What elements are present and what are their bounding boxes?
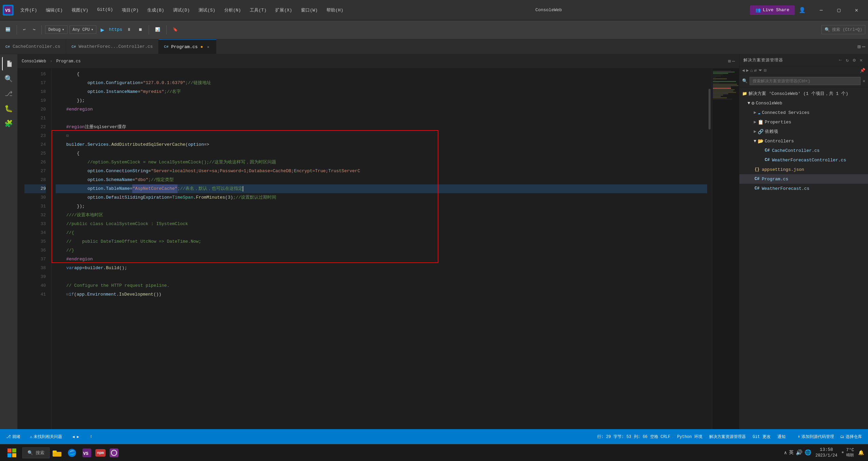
tab-close-3[interactable]: ✕ [206, 44, 211, 50]
status-solution-explorer[interactable]: 解决方案资源管理器 [707, 433, 748, 440]
clock[interactable]: 13:58 2023/1/24 [815, 447, 837, 459]
extensions-icon[interactable]: 🧩 [2, 117, 16, 130]
account-icon[interactable]: 👤 [796, 4, 808, 16]
nav-forward-button[interactable]: ► [746, 68, 749, 73]
tree-item-appsettings[interactable]: {} appsettings.json [739, 165, 868, 174]
vertical-scrollbar[interactable] [707, 68, 712, 429]
tree-item-weatherforecastcontroller[interactable]: C# WeatherForecastController.cs [739, 155, 868, 165]
status-position[interactable]: 行: 29 字节: 53 列: 66 空格 CRLF [595, 433, 673, 440]
network-icon[interactable]: 🌐 [805, 449, 811, 456]
code-line-25: { [56, 149, 707, 158]
minimize-button[interactable]: － [812, 4, 830, 16]
panel-search-clear[interactable]: ✕ [863, 78, 865, 84]
tree-item-weatherforecast[interactable]: C# WeatherForecast.cs [739, 184, 868, 193]
new-project-button[interactable]: 🆕 [3, 26, 13, 34]
undo-button[interactable]: ↩ [20, 26, 28, 34]
status-sync[interactable]: ↕ [87, 434, 95, 440]
performance-button[interactable]: 📊 [152, 26, 163, 34]
tree-item-cachecontroller[interactable]: C# CacheController.cs [739, 146, 868, 155]
tab-weatherforecastcontroller[interactable]: C# WeatherForec...Controller.cs [66, 39, 159, 54]
bookmark-button[interactable]: 🔖 [170, 26, 181, 34]
taskbar-npm[interactable]: npm [95, 449, 106, 457]
close-button[interactable]: ✕ [848, 4, 865, 16]
search-icon[interactable]: 🔍 [2, 72, 16, 85]
tree-item-controllers[interactable]: ▼ 📂 Controllers [739, 136, 868, 146]
tree-item-program[interactable]: C# Program.cs [739, 174, 868, 184]
menu-project[interactable]: 项目(P) [118, 6, 143, 15]
tree-item-connected-services[interactable]: ► ☁ Connected Services [739, 108, 868, 117]
tab-cachecontroller[interactable]: C# CacheController.cs [0, 39, 66, 54]
panel-close-button[interactable]: ✕ [858, 57, 864, 64]
menu-test[interactable]: 测试(S) [194, 6, 219, 15]
panel-settings-button[interactable]: ⚙ [851, 57, 857, 64]
scrollbar-thumb[interactable] [709, 89, 711, 129]
clock-time: 13:58 [815, 447, 837, 453]
debug-icon[interactable]: 🐛 [2, 102, 16, 115]
tree-item-properties[interactable]: ► 📋 Properties [739, 117, 868, 127]
more-tabs-button[interactable]: ⋯ [862, 43, 865, 50]
sync-button[interactable]: ⇄ [754, 68, 757, 73]
menu-file[interactable]: 文件(F) [16, 6, 41, 15]
tab-program[interactable]: C# Program.cs ● ✕ [158, 39, 216, 54]
status-environment[interactable]: Python 环境 [675, 433, 704, 440]
split-editor-button[interactable]: ⊞ [857, 43, 861, 50]
status-errors[interactable]: ⚠ 未找到相关问题 [28, 433, 64, 440]
volume-icon[interactable]: 🔊 [796, 449, 803, 456]
debug-config-dropdown[interactable]: Debug ▾ [45, 25, 67, 34]
solution-node[interactable]: 📁 解决方案 'ConsoleWeb' (1 个项目，共 1 个) [739, 89, 868, 98]
menu-help[interactable]: 帮助(H) [322, 6, 347, 15]
menu-debug[interactable]: 调试(D) [169, 6, 194, 15]
select-repo-button[interactable]: 🗂 选择仓库 [838, 433, 864, 440]
tree-item-consoleweb[interactable]: ▼ ⚙ ConsoleWeb [739, 98, 868, 108]
platform-dropdown[interactable]: Any CPU ▾ [70, 25, 97, 34]
collapse-all-button[interactable]: ⊟ [764, 68, 767, 73]
menu-tools[interactable]: 工具(T) [246, 6, 270, 15]
status-selection[interactable]: ◀ ▶ [70, 434, 82, 440]
tree-item-dependencies[interactable]: ► 🔗 依赖项 [739, 127, 868, 136]
weather-widget[interactable]: ☀ 7°C 晴朗 [842, 447, 854, 458]
taskbar-vs-icon[interactable]: VS [80, 446, 93, 459]
panel-collapse-button[interactable]: ← [837, 57, 843, 64]
git-label: Git 更改 [753, 434, 771, 440]
taskbar-file-explorer[interactable] [51, 446, 63, 459]
lang-icon[interactable]: 英 [789, 449, 794, 456]
attach-button[interactable]: ⏸ [124, 26, 134, 34]
filter-button[interactable]: ⏷ [758, 68, 762, 73]
consoleweb-project-icon: ⚙ [752, 100, 754, 106]
redo-button[interactable]: ↪ [30, 26, 38, 34]
menu-extensions[interactable]: 扩展(X) [271, 6, 296, 15]
split-view-button[interactable]: ⊞ [728, 58, 731, 64]
status-notification[interactable]: 通知 [775, 433, 788, 440]
home-button[interactable]: ⌂ [750, 68, 753, 73]
start-button[interactable] [4, 445, 20, 461]
menu-build[interactable]: 生成(B) [143, 6, 168, 15]
liveshare-button[interactable]: 👥 Live Share [750, 5, 795, 15]
status-branch[interactable]: ⎇ 就绪 [4, 433, 22, 440]
menu-analyze[interactable]: 分析(N) [220, 6, 245, 15]
menu-view[interactable]: 视图(V) [68, 6, 92, 15]
add-source-button[interactable]: ⬆ 添加到源代码管理 [796, 433, 836, 440]
run-button[interactable]: ▶ [98, 25, 106, 34]
code-content[interactable]: { option.Configuration = "127.0.0.1:6379… [52, 68, 707, 429]
explorer-icon[interactable] [2, 57, 16, 71]
global-search[interactable]: 🔍 搜索 (Ctrl+Q) [822, 25, 865, 34]
code-line-23: ⊟ [56, 132, 707, 140]
notification-bell-icon[interactable]: 🔔 [858, 450, 864, 456]
panel-refresh-button[interactable]: ↻ [845, 57, 850, 64]
taskbar-search[interactable]: 🔍 搜索 [22, 447, 50, 458]
pin-button[interactable]: 📌 [860, 68, 865, 73]
taskbar-purple-app[interactable] [108, 446, 120, 459]
taskbar-edge[interactable] [65, 446, 78, 459]
menu-window[interactable]: 窗口(W) [297, 6, 322, 15]
menu-git[interactable]: Git(G) [93, 6, 117, 15]
maximize-button[interactable]: ▢ [830, 4, 848, 16]
status-git[interactable]: Git 更改 [751, 433, 773, 440]
tray-arrow-icon[interactable]: ∧ [784, 450, 787, 456]
stop-button[interactable]: ⏹ [136, 26, 145, 34]
panel-search-input[interactable] [750, 77, 861, 85]
nav-back-button[interactable]: ◄ [742, 68, 745, 73]
more-actions-button[interactable]: ⋯ [732, 58, 735, 64]
menu-edit[interactable]: 编辑(E) [42, 6, 67, 15]
code-editor[interactable]: 16 17 18 19 20 21 22 23 24 25 26 27 28 2… [18, 68, 739, 429]
git-icon[interactable]: ⎇ [2, 87, 16, 100]
